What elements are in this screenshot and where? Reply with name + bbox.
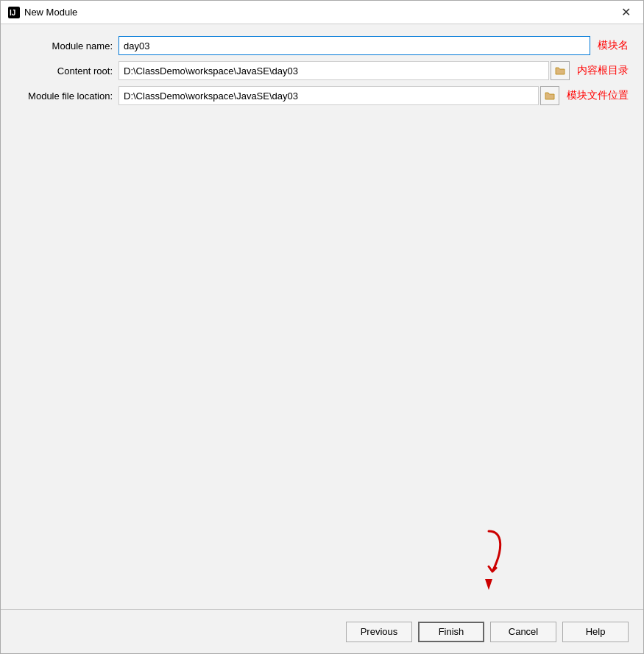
folder-icon [555,66,565,75]
folder-icon [545,91,555,100]
svg-text:IJ: IJ [10,9,15,17]
module-file-location-annotation: 模块文件位置 [567,89,629,102]
dialog-window: IJ New Module ✕ Module name: 模块名 Content… [0,0,644,654]
app-icon: IJ [8,7,20,18]
module-file-location-input[interactable] [118,86,539,105]
cancel-button[interactable]: Cancel [490,622,556,642]
title-bar: IJ New Module ✕ [1,1,643,24]
dialog-footer: Previous Finish Cancel Help [1,609,643,653]
module-name-input-wrapper: 模块名 [118,36,629,55]
module-file-location-row: Module file location: 模块文件位置 [15,86,629,105]
content-root-annotation: 内容根目录 [577,64,629,77]
module-name-input[interactable] [118,36,590,55]
finish-button[interactable]: Finish [418,622,484,642]
module-file-location-input-wrapper: 模块文件位置 [118,86,629,105]
module-file-location-label: Module file location: [15,90,118,102]
content-root-input[interactable] [118,61,549,80]
module-name-annotation: 模块名 [598,39,629,52]
module-name-row: Module name: 模块名 [15,36,629,55]
content-root-row: Content root: 内容根目录 [15,61,629,80]
help-button[interactable]: Help [562,622,629,642]
content-root-browse-button[interactable] [551,61,570,80]
previous-button[interactable]: Previous [346,622,412,642]
window-title: New Module [24,7,615,18]
content-root-label: Content root: [15,65,118,77]
close-button[interactable]: ✕ [615,2,636,23]
dialog-content: Module name: 模块名 Content root: 内容根目录 Mod… [1,24,643,609]
module-name-label: Module name: [15,40,118,51]
module-file-location-browse-button[interactable] [540,86,559,105]
content-root-input-wrapper: 内容根目录 [118,61,629,80]
